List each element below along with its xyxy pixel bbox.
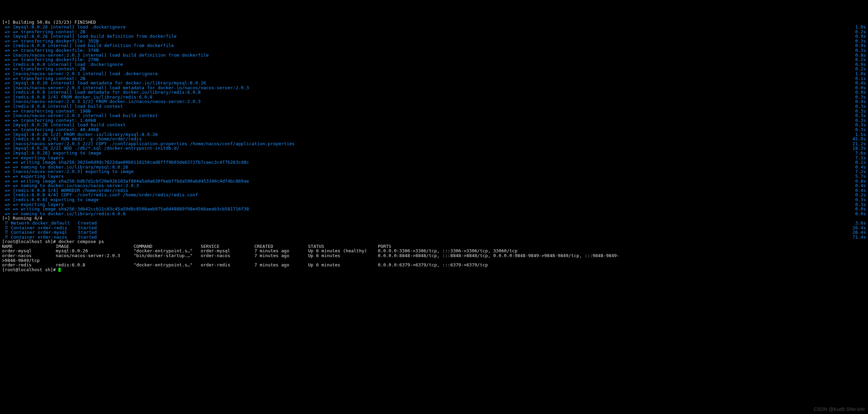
build-step-line: => => transferring dockerfile: 355B0.3s xyxy=(2,39,866,44)
build-step-line: => [mysql:8.0.26 internal] load build de… xyxy=(2,34,866,39)
build-step-line: => => exporting layers7.1s xyxy=(2,156,866,160)
build-step-line: => => exporting layers5.7s xyxy=(2,174,866,179)
running-line: ⠿ Container order-redis Started26.4s xyxy=(2,226,866,230)
build-step-line: => [nacos/nacos-server:2.0.3 internal] l… xyxy=(2,53,866,58)
ps-row: >9848-9849/tcp xyxy=(2,258,866,263)
build-step-line: => [mysql:8.0.26 internal] load metadata… xyxy=(2,81,866,85)
build-step-line: => [redis:6.0.8 internal] load .dockerig… xyxy=(2,62,866,67)
build-step-line: => [redis:6.0.8 internal] load build con… xyxy=(2,104,866,109)
build-step-line: => => writing image sha256:3db42ccb11c83… xyxy=(2,207,866,211)
running-header: [+] Running 4/4 xyxy=(2,216,42,221)
prompt-line-empty[interactable]: [root@localhost sh]# xyxy=(2,267,866,272)
build-step-line: => => writing image sha256:bdb7d1cbf20e9… xyxy=(2,179,866,184)
build-step-line: => [mysql:8.0.26 internal] load build co… xyxy=(2,123,866,127)
terminal-output: [+] Building 50.8s (23/23) FINISHED => [… xyxy=(2,20,866,272)
build-step-line: => [redis:6.0.8 3/4] WORKDIR /home/order… xyxy=(2,188,866,193)
build-step-line: => [redis:6.0.8 2/4] RUN mkdir -p /home/… xyxy=(2,137,866,141)
build-step-line: => => transferring context: 198B0.3s xyxy=(2,109,866,114)
build-step-line: => => transferring dockerfile: 279B0.2s xyxy=(2,57,866,62)
build-step-line: => [redis:6.0.8 1/4] FROM docker.io/libr… xyxy=(2,95,866,100)
build-step-line: => => writing image sha256:3025e6d9dc782… xyxy=(2,160,866,165)
ps-row: order-nacos nacos/nacos-server:2.0.3 "bi… xyxy=(2,253,866,258)
running-line: ⠿ Network docker_default Created3.8s xyxy=(2,221,866,226)
build-step-line: => [redis:6.0.8 internal] load build def… xyxy=(2,43,866,48)
build-step-line: => => transferring context: 2B0.1s xyxy=(2,76,866,81)
build-step-line: => [nacos/nacos-server:2.0.3 internal] l… xyxy=(2,113,866,118)
build-step-line: => => transferring context: 2B0.2s xyxy=(2,30,866,34)
running-line: ⠿ Container order-nacos Started71.4s xyxy=(2,235,866,240)
build-step-line: => [mysql:8.0.26 1/2] FROM docker.io/lib… xyxy=(2,132,866,137)
build-step-line: => [mysql:8.0.26 internal] load .dockeri… xyxy=(2,25,866,30)
build-step-line: => [nacos/nacos-server:2.0.3 internal] l… xyxy=(2,85,866,90)
build-step-line: => [nacos/nacos-server:2.0.3 internal] l… xyxy=(2,71,866,76)
build-step-line: => => transferring dockerfile: 374B0.3s xyxy=(2,48,866,53)
build-step-line: => [nacos/nacos-server:2.0.3 2/2] COPY .… xyxy=(2,141,866,146)
cursor-icon xyxy=(58,268,61,272)
build-step-line: => [redis:6.0.8 internal] load metadata … xyxy=(2,90,866,95)
build-step-line: => => transferring context: 40.49kB0.3s xyxy=(2,127,866,132)
build-header: [+] Building 50.8s (23/23) FINISHED xyxy=(2,20,96,25)
build-step-line: => [nacos/nacos-server:2.0.3] exporting … xyxy=(2,169,866,174)
ps-row: order-redis redis:6.0.8 "docker-entrypoi… xyxy=(2,263,866,267)
build-step-line: => [mysql:8.0.26 2/2] ADD ./db/*.sql /do… xyxy=(2,146,866,151)
build-step-line: => => naming to docker.io/library/mysql:… xyxy=(2,165,866,170)
build-step-line: => => exporting layers0.3s xyxy=(2,202,866,207)
build-step-line: => => naming to docker.io/library/redis:… xyxy=(2,211,866,216)
build-step-line: => => transferring context: 2B0.2s xyxy=(2,67,866,71)
ps-header: NAME IMAGE COMMAND SERVICE CREATED STATU… xyxy=(2,244,866,249)
ps-row: order-mysql mysql:8.0.26 "docker-entrypo… xyxy=(2,249,866,253)
build-step-line: => => naming to docker.io/nacos/nacos-se… xyxy=(2,183,866,188)
prompt-line[interactable]: [root@localhost sh]# docker compose ps xyxy=(2,239,866,244)
running-line: ⠿ Container order-mysql Started26.4s xyxy=(2,230,866,235)
build-step-line: => [redis:6.0.8 4/4] COPY ./conf/redis.c… xyxy=(2,193,866,197)
build-step-line: => [mysql:8.0.26] exporting to image7.6s xyxy=(2,151,866,156)
build-step-line: => => transferring context: 1.60kB0.3s xyxy=(2,118,866,123)
build-step-line: => [nacos/nacos-server:2.0.3 1/2] FROM d… xyxy=(2,99,866,104)
build-step-line: => [redis:6.0.8] exporting to image0.3s xyxy=(2,197,866,202)
